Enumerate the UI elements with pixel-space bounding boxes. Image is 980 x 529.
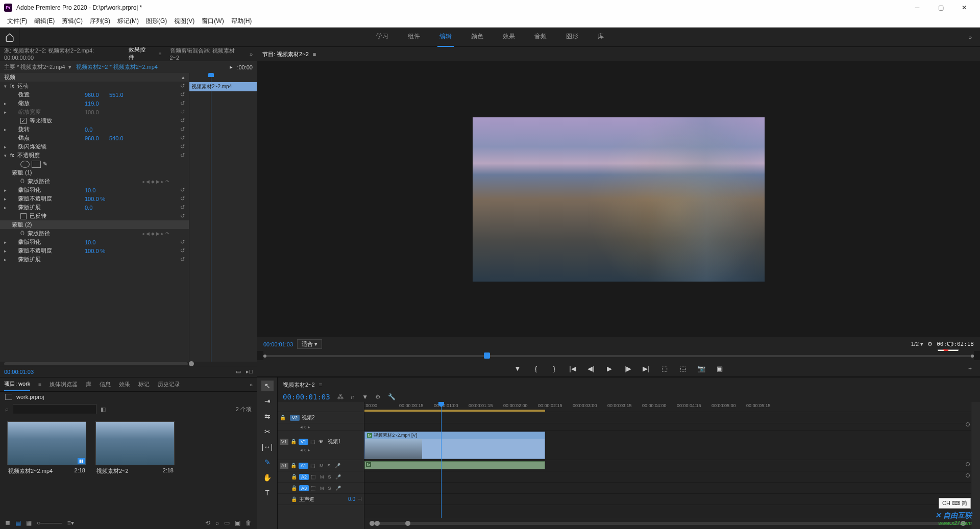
wrench-button[interactable]: 🔧 [388,393,396,400]
sort-button[interactable]: ≡▾ [67,519,74,526]
ws-overflow[interactable]: » [961,34,980,40]
step-fwd-button[interactable]: |▶ [623,365,632,372]
track-header-a3[interactable]: 🔒 A3 ⬚MS🎤 [278,483,364,494]
hand-tool[interactable]: ✋ [261,472,274,483]
ripple-tool[interactable]: ⇆ [261,411,274,421]
ec-btn-1[interactable]: ▭ [236,368,241,375]
menu-file[interactable]: 文件(F) [4,16,30,27]
prop-scale[interactable]: ▸Ö 缩放 119.0 ↺ [0,99,189,108]
track-header-a2[interactable]: 🔒 A2 ⬚MS🎤 [278,471,364,483]
ec-mini-timeline[interactable]: 视频素材2~2.mp4 [189,73,257,362]
track-header-a1[interactable]: A1 🔒 A1 ⬚MS🎤 [278,460,364,471]
mask-inverted[interactable]: 已反转 ↺ [0,212,189,220]
prop-flicker[interactable]: ▸Ö 防闪烁滤镜 ↺ [0,142,189,151]
mask2-feather[interactable]: ▸Ö 蒙版羽化 10.0 ↺ [0,238,189,246]
ec-timecode[interactable]: 00:00:01:03 [4,369,34,375]
tab-history[interactable]: 历史记录 [158,379,180,390]
tl-marker-top[interactable] [966,422,970,426]
proj-tab-overflow[interactable]: » [250,382,253,388]
freeform-view-button[interactable]: ▦ [26,519,32,526]
track-header-v2[interactable]: 🔒 V2 视频2 [278,412,364,423]
reset-icon[interactable]: ↺ [180,83,185,89]
snap-button[interactable]: ⁂ [337,393,344,400]
track-header-v1[interactable]: V1 🔒 V1 ⬚👁 视频1 ◂ ○ ▸ [278,431,364,460]
ws-library[interactable]: 库 [596,27,606,47]
tab-overflow[interactable]: » [250,51,253,57]
list-view-button[interactable]: ≣ [5,519,10,526]
ws-color[interactable]: 颜色 [469,27,485,47]
tl-marker-bot[interactable] [966,473,970,477]
fx-opacity[interactable]: ▾fx 不透明度 ↺ [0,151,189,160]
prop-anchor[interactable]: Ö 锚点 960.0 540.0 ↺ [0,134,189,142]
selection-tool[interactable]: ↖ [261,381,274,391]
ws-learn[interactable]: 学习 [374,27,390,47]
mask-2[interactable]: ▾ 蒙版 (2) [0,220,189,229]
tab-media[interactable]: 媒体浏览器 [50,379,78,390]
tab-menu-icon[interactable]: ≡ [159,51,162,57]
menu-clip[interactable]: 剪辑(C) [59,16,86,27]
play-button[interactable]: ▶ [605,365,614,372]
slip-tool[interactable]: |↔| [261,442,274,452]
prop-rotation[interactable]: ▸Ö 旋转 0.0 ↺ [0,125,189,134]
trash-button[interactable]: 🗑 [246,519,252,526]
ime-indicator[interactable]: CH ⌨ 简 [939,498,971,509]
home-button[interactable] [0,28,19,47]
program-video[interactable] [473,117,765,282]
track-a3[interactable] [364,483,971,494]
tab-info[interactable]: 信息 [100,379,111,390]
program-tab[interactable]: 节目: 视频素材2~2 [262,51,309,58]
marker-button[interactable]: ▼ [362,393,368,400]
ec-play-icon[interactable]: ▸ [230,64,233,70]
project-search-input[interactable] [13,404,96,414]
ws-effects[interactable]: 效果 [501,27,517,47]
track-a1[interactable]: fx [364,460,971,471]
track-header-master[interactable]: 🔒 主声道 0.0 ⊣ [278,494,364,505]
menu-markers[interactable]: 标记(M) [114,16,142,27]
mask-inverted-checkbox[interactable] [20,213,27,219]
program-scrubber[interactable] [263,351,974,360]
prop-uniform-scale[interactable]: 等比缩放 ↺ [0,116,189,125]
compare-button[interactable]: ▣ [715,365,724,372]
tab-audio-mixer[interactable]: 音频剪辑混合器: 视频素材2~2 [170,45,241,63]
step-back-button[interactable]: ◀| [586,365,596,372]
ec-scroll-handle[interactable] [189,361,194,366]
mask2-path[interactable]: Ö 蒙版路径 ◂◀◆▶▸↷ [0,229,189,238]
program-tc-left[interactable]: 00:00:01:03 [263,341,293,347]
timeline-ruler[interactable]: :00:00 00:00:00:15 00:00:01:00 00:00:01:… [364,402,971,412]
mark-out-button[interactable]: } [550,365,559,372]
menu-sequence[interactable]: 序列(S) [87,16,113,27]
minimize-button[interactable]: ─ [905,0,929,15]
lift-button[interactable]: ⬚ [660,365,669,372]
menu-help[interactable]: 帮助(H) [228,16,255,27]
export-frame-button[interactable]: 📷 [697,365,706,372]
fx-motion[interactable]: ▾fx 运动 ↺ [0,82,189,90]
mask-rect-button[interactable] [32,161,41,168]
mask-path[interactable]: Ö 蒙版路径 ◂◀◆▶▸↷ [0,177,189,186]
prop-position[interactable]: Ö 位置 960.0 551.0 ↺ [0,90,189,99]
timeline-tracks[interactable]: :00:00 00:00:00:15 00:00:01:00 00:00:01:… [364,402,971,518]
razor-tool[interactable]: ✂ [261,426,274,437]
maximize-button[interactable]: ▢ [929,0,952,15]
add-marker-button[interactable]: ▼ [513,365,522,372]
project-item[interactable]: 视频素材2~2 2:18 [95,421,175,477]
close-button[interactable]: ✕ [952,0,976,15]
menu-edit[interactable]: 编辑(E) [31,16,58,27]
ec-playhead[interactable] [211,73,211,362]
mask-1[interactable]: ▾ 蒙版 (1) [0,168,189,177]
settings-button[interactable]: ⚙ [375,393,381,400]
ws-graphics[interactable]: 图形 [564,27,580,47]
ws-editing[interactable]: 编辑 [437,27,454,47]
link-button[interactable]: ∩ [351,393,355,400]
new-item-button[interactable]: ▣ [235,519,240,526]
track-a2[interactable] [364,471,971,483]
ec-btn-2[interactable]: ▸□ [246,368,253,375]
menu-window[interactable]: 窗口(W) [199,16,227,27]
pen-tool[interactable]: ✎ [261,457,274,467]
program-zoom-select[interactable]: 适合 ▾ [297,339,322,349]
timeline-zoom[interactable] [364,518,971,529]
timeline-timecode[interactable]: 00:00:01:03 [283,393,330,401]
zoom-slider[interactable]: ○───── [37,519,62,526]
mask2-opacity[interactable]: ▸Ö 蒙版不透明度 100.0 % ↺ [0,246,189,255]
track-v1[interactable]: fx视频素材2~2.mp4 [V] [364,431,971,460]
project-item[interactable]: ▮▮ 视频素材2~2.mp4 2:18 [7,421,86,477]
